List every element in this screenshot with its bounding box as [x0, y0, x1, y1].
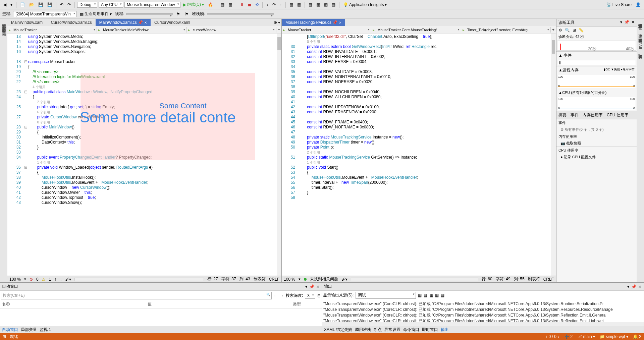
locals-search[interactable]: 搜索(Ctrl+E): [1, 292, 272, 299]
scrollbar-v[interactable]: [551, 34, 556, 276]
pin-icon[interactable]: 📌: [624, 20, 629, 25]
bottom-tab[interactable]: XAML 绑定失败: [324, 327, 352, 333]
tb-icon-a[interactable]: ▦: [288, 2, 294, 8]
lifecycle-button[interactable]: ▦ 生命周期事件 ▾: [78, 10, 113, 17]
nav-class[interactable]: MouseTracker.MainWindow: [97, 27, 186, 33]
nav-class-r[interactable]: MouseTracker.Core.MouseTracking!: [371, 27, 461, 33]
bottom-tab[interactable]: 输出: [441, 327, 449, 333]
tab-cursorwindow-xaml[interactable]: CursorWindow.xaml: [151, 19, 194, 26]
snapshot-button[interactable]: 📷 截取快照: [556, 140, 637, 147]
nav-up-icon[interactable]: ↑: [54, 277, 56, 282]
nav-fwd-icon[interactable]: ▾: [9, 2, 14, 8]
step-into-icon[interactable]: ↓: [265, 2, 270, 8]
events-chart[interactable]: Ⅱ: [557, 60, 636, 65]
sync-status[interactable]: ↑ 0 / 0 ↓: [545, 334, 559, 339]
close-icon[interactable]: ✕: [638, 284, 642, 289]
stack-dropdown[interactable]: [207, 13, 274, 15]
tab-mainwindow-cs[interactable]: MainWindow.xaml.cs 📌✕: [96, 19, 151, 26]
output-source-dropdown[interactable]: 调试: [356, 292, 416, 299]
depth-dropdown[interactable]: 3: [305, 293, 315, 299]
cpu-chart[interactable]: 100 0 100 0: [557, 97, 636, 110]
add-count[interactable]: ➕ 2: [564, 334, 573, 339]
diag-tab[interactable]: CPU 使用率: [605, 111, 631, 119]
app-insights-button[interactable]: 💡 Application Insights ▾: [342, 2, 388, 8]
zoom[interactable]: 100 %: [9, 277, 21, 282]
dropdown-icon[interactable]: ▾: [620, 20, 622, 25]
thread-dropdown[interactable]: [126, 13, 173, 15]
diag-tab[interactable]: 摘要: [556, 111, 569, 119]
out-icon[interactable]: ▦: [429, 293, 433, 298]
scrollbar-v[interactable]: [277, 34, 281, 276]
hot-reload-icon[interactable]: 🔥: [207, 2, 214, 8]
stop-icon[interactable]: ◼: [247, 2, 253, 8]
col-header[interactable]: 名称: [2, 301, 148, 307]
flag-icon[interactable]: ⚑: [175, 11, 181, 17]
close-icon[interactable]: ✕: [631, 20, 635, 25]
platform-dropdown[interactable]: Any CPU: [99, 2, 123, 8]
nav-down-icon[interactable]: ↓: [60, 277, 62, 282]
out-icon[interactable]: ▦: [424, 293, 427, 298]
tab-mousetracking-cs[interactable]: MouseTrackingService.cs 📌✕: [282, 19, 345, 26]
tab-overflow-icon[interactable]: ⊕ ▾: [272, 19, 281, 25]
h-scrollbar[interactable]: [322, 322, 644, 326]
record-cpu-button[interactable]: ● 记录 CPU 配置文件: [556, 154, 637, 160]
split-icon[interactable]: +: [276, 27, 281, 33]
flag2-icon[interactable]: ⚑: [183, 11, 190, 17]
diag-tab[interactable]: 内存使用率: [581, 111, 605, 119]
tb-icon-c[interactable]: ▦: [307, 2, 314, 8]
zoom-icon[interactable]: 🔍: [565, 28, 570, 33]
tb-icon-f[interactable]: ▦: [330, 2, 337, 8]
h-scrollbar[interactable]: [74, 278, 204, 281]
col-header[interactable]: 类型: [293, 301, 320, 307]
save-all-icon[interactable]: 💾: [46, 2, 54, 8]
process-dropdown[interactable]: [20684] MouseTransparentWin: [13, 11, 76, 17]
side-tab[interactable]: Git 更改: [637, 25, 643, 31]
side-tab[interactable]: XAML 实时预览: [637, 39, 643, 51]
dropdown-icon[interactable]: ▾: [627, 284, 629, 289]
pin-icon[interactable]: 📌: [631, 284, 636, 289]
nav-member-r[interactable]: Timer_Tick(object? sender, EventArg: [461, 27, 551, 33]
undo-icon[interactable]: ↶: [59, 2, 65, 8]
pause-icon[interactable]: ⏸: [238, 2, 245, 8]
nav-fwd-icon[interactable]: →: [280, 293, 284, 298]
bottom-tab[interactable]: 局部变量: [21, 327, 37, 333]
nav-project-r[interactable]: MouseTracker: [282, 27, 371, 33]
continue-button[interactable]: ▶ 继续(C) ▾: [182, 1, 205, 8]
out-icon[interactable]: ▦: [418, 293, 422, 298]
pin-icon[interactable]: 📌: [309, 284, 314, 289]
out-icon[interactable]: ▦: [441, 293, 444, 298]
tb-icon-b[interactable]: ▦: [296, 2, 302, 8]
refresh-icon[interactable]: ⊞: [317, 293, 321, 298]
diag-tab[interactable]: 事件: [569, 111, 581, 119]
h-scrollbar[interactable]: [351, 278, 478, 281]
bottom-tab[interactable]: 调用堆栈: [355, 327, 371, 333]
account-icon[interactable]: 👤: [634, 2, 642, 8]
col-header[interactable]: 值: [148, 301, 293, 307]
close-icon[interactable]: ✕: [144, 21, 147, 24]
redo-icon[interactable]: ↷: [66, 2, 72, 8]
notifications[interactable]: 🔔 2: [633, 334, 641, 339]
branch[interactable]: ⎇ main ▾: [577, 334, 595, 339]
memory-chart[interactable]: 100 0 100 0: [557, 75, 636, 88]
gear-icon[interactable]: ⚙: [558, 28, 562, 33]
events-all[interactable]: ⊗ 所有事件(0 个，共 0 个): [556, 126, 637, 133]
reset-icon[interactable]: ⊞: [573, 28, 576, 33]
bottom-tab[interactable]: 断点: [374, 327, 382, 333]
close-icon[interactable]: ✕: [316, 284, 320, 289]
bottom-tab[interactable]: 监视 1: [40, 327, 51, 333]
timeline-chart[interactable]: 30秒40秒: [557, 41, 636, 51]
new-icon[interactable]: 📄: [19, 2, 26, 8]
bottom-tab[interactable]: 命令窗口: [403, 327, 419, 333]
close-icon[interactable]: ✕: [339, 21, 341, 24]
tb-icon-d[interactable]: ▦: [315, 2, 321, 8]
code-editor-right[interactable]: 3031323334353637383940414243444546474849…: [282, 34, 556, 276]
restart-icon[interactable]: ⟲: [254, 2, 260, 8]
brush-icon[interactable]: 🖌▾: [65, 277, 71, 282]
dropdown-icon[interactable]: ▾: [305, 284, 307, 289]
tool-icon-2[interactable]: ▦: [227, 2, 233, 8]
nav-back-icon[interactable]: ←: [274, 293, 278, 298]
bottom-tab[interactable]: 即时窗口: [422, 327, 438, 333]
split-icon[interactable]: +: [551, 27, 556, 33]
repo[interactable]: 📁 simple-wpf ▾: [600, 334, 628, 339]
tool-icon-1[interactable]: ▦: [219, 2, 226, 8]
